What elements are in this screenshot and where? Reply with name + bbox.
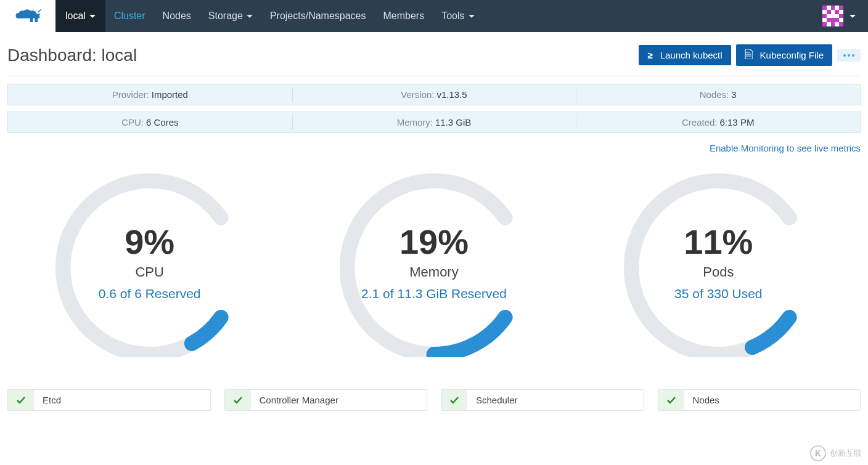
- page-title: Dashboard: local: [7, 46, 137, 65]
- info-bars: Provider:ImportedVersion:v1.13.5Nodes:3C…: [7, 84, 861, 133]
- kebab-icon: [843, 54, 854, 57]
- gauge-percent: 11%: [595, 222, 841, 262]
- user-menu[interactable]: [816, 0, 868, 32]
- gauge-label: Memory: [311, 264, 557, 280]
- enable-monitoring-link[interactable]: Enable Monitoring to see live metrics: [710, 143, 861, 153]
- check-icon: [225, 390, 251, 410]
- info-cell: Created:6:13 PM: [576, 112, 860, 132]
- component-label: Scheduler: [467, 390, 526, 410]
- cluster-switcher-label: local: [65, 10, 86, 22]
- logo[interactable]: [0, 0, 55, 32]
- gauge-percent: 19%: [311, 222, 557, 262]
- component-status[interactable]: Controller Manager: [224, 389, 428, 411]
- gauge-subtitle: 2.1 of 11.3 GiB Reserved: [311, 286, 557, 301]
- info-cell: Memory:11.3 GiB: [292, 112, 576, 132]
- nav-nodes[interactable]: Nodes: [154, 0, 200, 32]
- gauge-label: Pods: [595, 264, 841, 280]
- nav-tools[interactable]: Tools: [433, 0, 483, 32]
- info-bar: Provider:ImportedVersion:v1.13.5Nodes:3: [7, 84, 861, 105]
- info-cell: Provider:Imported: [8, 84, 292, 105]
- component-status[interactable]: Etcd: [7, 389, 211, 411]
- page-header: Dashboard: local ≥ Launch kubectl Kubeco…: [7, 39, 861, 76]
- info-bar: CPU:6 CoresMemory:11.3 GiBCreated:6:13 P…: [7, 111, 861, 133]
- component-label: Nodes: [684, 390, 728, 410]
- check-icon: [8, 390, 34, 410]
- gauge-pods: 11% Pods 35 of 330 Used: [595, 166, 841, 360]
- chevron-down-icon: [247, 15, 253, 18]
- terminal-icon: ≥: [647, 50, 652, 60]
- avatar: [822, 6, 843, 26]
- info-cell: Nodes:3: [576, 84, 860, 105]
- info-cell: Version:v1.13.5: [292, 84, 576, 105]
- gauge-cpu: 9% CPU 0.6 of 6 Reserved: [27, 166, 273, 360]
- kubeconfig-button[interactable]: Kubeconfig File: [736, 44, 832, 66]
- nav-storage[interactable]: Storage: [200, 0, 261, 32]
- gauge-memory: 19% Memory 2.1 of 11.3 GiB Reserved: [311, 166, 557, 360]
- nav-members[interactable]: Members: [375, 0, 433, 32]
- cluster-switcher[interactable]: local: [55, 0, 105, 32]
- file-icon: [745, 49, 753, 61]
- info-cell: CPU:6 Cores: [8, 112, 292, 132]
- component-status[interactable]: Nodes: [658, 389, 861, 411]
- gauges: 9% CPU 0.6 of 6 Reserved 19% Memory 2.1 …: [7, 160, 861, 384]
- component-label: Controller Manager: [251, 390, 347, 410]
- more-actions-button[interactable]: [837, 49, 861, 62]
- gauge-label: CPU: [27, 264, 273, 280]
- chevron-down-icon: [850, 15, 856, 18]
- launch-kubectl-button[interactable]: ≥ Launch kubectl: [639, 45, 731, 65]
- gauge-subtitle: 35 of 330 Used: [595, 286, 841, 301]
- nav-projects[interactable]: Projects/Namespaces: [261, 0, 375, 32]
- component-status-row: Etcd Controller Manager Scheduler Nodes: [7, 384, 861, 419]
- gauge-subtitle: 0.6 of 6 Reserved: [27, 286, 273, 301]
- check-icon: [658, 390, 684, 410]
- gauge-percent: 9%: [27, 222, 273, 262]
- component-label: Etcd: [34, 390, 70, 410]
- component-status[interactable]: Scheduler: [441, 389, 644, 411]
- top-nav: local Cluster Nodes Storage Projects/Nam…: [0, 0, 868, 32]
- nav-cluster[interactable]: Cluster: [105, 0, 154, 32]
- chevron-down-icon: [89, 15, 96, 18]
- check-icon: [441, 390, 467, 410]
- chevron-down-icon: [469, 15, 475, 18]
